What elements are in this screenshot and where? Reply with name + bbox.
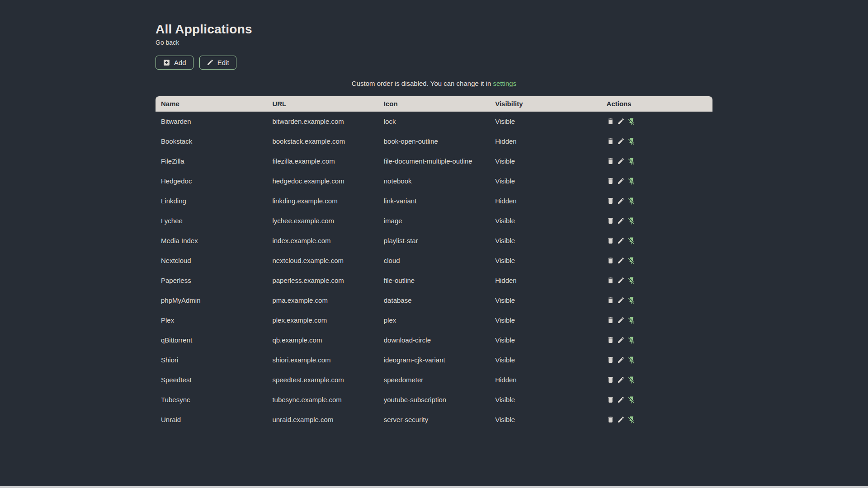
pin-off-icon[interactable] <box>627 356 636 364</box>
pin-off-icon[interactable] <box>627 336 636 344</box>
cell-actions <box>601 217 712 225</box>
table-row: phpMyAdmin pma.example.com database Visi… <box>156 291 712 310</box>
custom-order-notice: Custom order is disabled. You can change… <box>156 80 712 87</box>
cell-icon: file-document-multiple-outline <box>378 157 490 165</box>
delete-icon[interactable] <box>607 257 614 264</box>
edit-icon[interactable] <box>617 277 625 284</box>
delete-icon[interactable] <box>607 336 614 344</box>
header-icon: Icon <box>378 100 490 108</box>
add-button[interactable]: Add <box>156 56 193 70</box>
settings-link[interactable]: settings <box>493 80 517 87</box>
pencil-icon <box>207 59 214 66</box>
pin-off-icon[interactable] <box>627 376 636 384</box>
cell-actions <box>601 336 712 344</box>
delete-icon[interactable] <box>607 376 614 384</box>
applications-table: Name URL Icon Visibility Actions Bitward… <box>156 96 712 430</box>
pin-off-icon[interactable] <box>627 117 636 126</box>
pin-off-icon[interactable] <box>627 416 636 424</box>
cell-url: filezilla.example.com <box>267 157 378 165</box>
notice-text: Custom order is disabled. You can change… <box>352 80 493 87</box>
cell-visibility: Visible <box>490 316 601 324</box>
edit-icon[interactable] <box>617 376 625 384</box>
pin-off-icon[interactable] <box>627 177 636 185</box>
cell-actions <box>601 117 712 126</box>
toolbar: Add Edit <box>156 56 712 70</box>
table-row: FileZilla filezilla.example.com file-doc… <box>156 151 712 171</box>
edit-icon[interactable] <box>617 296 625 304</box>
page-title: All Applications <box>156 22 712 37</box>
edit-icon[interactable] <box>617 356 625 364</box>
cell-visibility: Hidden <box>490 376 601 384</box>
table-row: qBittorrent qb.example.com download-circ… <box>156 330 712 350</box>
cell-actions <box>601 177 712 185</box>
delete-icon[interactable] <box>607 277 614 284</box>
delete-icon[interactable] <box>607 217 614 225</box>
table-row: Bookstack bookstack.example.com book-ope… <box>156 131 712 151</box>
table-row: Nextcloud nextcloud.example.com cloud Vi… <box>156 251 712 271</box>
edit-icon[interactable] <box>617 257 625 264</box>
cell-name: Hedgedoc <box>156 177 267 185</box>
cell-icon: plex <box>378 316 490 324</box>
pin-off-icon[interactable] <box>627 257 636 265</box>
delete-icon[interactable] <box>607 137 614 145</box>
delete-icon[interactable] <box>607 237 614 244</box>
cell-icon: file-outline <box>378 277 490 284</box>
pin-off-icon[interactable] <box>627 296 636 305</box>
cell-icon: link-variant <box>378 197 490 205</box>
delete-icon[interactable] <box>607 117 614 125</box>
pin-off-icon[interactable] <box>627 197 636 205</box>
cell-url: nextcloud.example.com <box>267 257 378 264</box>
cell-url: hedgedoc.example.com <box>267 177 378 185</box>
edit-icon[interactable] <box>617 157 625 165</box>
delete-icon[interactable] <box>607 197 614 205</box>
delete-icon[interactable] <box>607 316 614 324</box>
delete-icon[interactable] <box>607 296 614 304</box>
cell-icon: ideogram-cjk-variant <box>378 356 490 364</box>
cell-actions <box>601 316 712 324</box>
edit-icon[interactable] <box>617 197 625 205</box>
delete-icon[interactable] <box>607 157 614 165</box>
edit-icon[interactable] <box>617 137 625 145</box>
cell-name: phpMyAdmin <box>156 296 267 304</box>
edit-icon[interactable] <box>617 336 625 344</box>
cell-name: Unraid <box>156 416 267 423</box>
cell-url: bookstack.example.com <box>267 137 378 145</box>
edit-icon[interactable] <box>617 217 625 225</box>
pin-off-icon[interactable] <box>627 237 636 245</box>
cell-visibility: Visible <box>490 157 601 165</box>
cell-visibility: Visible <box>490 356 601 364</box>
delete-icon[interactable] <box>607 396 614 404</box>
pin-off-icon[interactable] <box>627 316 636 324</box>
add-button-label: Add <box>174 59 186 66</box>
header-url: URL <box>267 100 378 108</box>
pin-off-icon[interactable] <box>627 396 636 404</box>
cell-visibility: Visible <box>490 336 601 344</box>
edit-button[interactable]: Edit <box>199 56 236 70</box>
cell-actions <box>601 157 712 165</box>
cell-actions <box>601 257 712 265</box>
edit-icon[interactable] <box>617 396 625 404</box>
table-row: Linkding linkding.example.com link-varia… <box>156 191 712 211</box>
cell-visibility: Visible <box>490 177 601 185</box>
cell-actions <box>601 416 712 424</box>
edit-icon[interactable] <box>617 237 625 244</box>
pin-off-icon[interactable] <box>627 137 636 145</box>
pin-off-icon[interactable] <box>627 217 636 225</box>
cell-url: qb.example.com <box>267 336 378 344</box>
delete-icon[interactable] <box>607 177 614 185</box>
delete-icon[interactable] <box>607 416 614 423</box>
cell-icon: server-security <box>378 416 490 423</box>
edit-icon[interactable] <box>617 416 625 423</box>
delete-icon[interactable] <box>607 356 614 364</box>
edit-icon[interactable] <box>617 316 625 324</box>
go-back-link[interactable]: Go back <box>156 39 179 46</box>
edit-icon[interactable] <box>617 117 625 125</box>
cell-icon: speedometer <box>378 376 490 384</box>
header-actions: Actions <box>601 100 712 108</box>
edit-icon[interactable] <box>617 177 625 185</box>
pin-off-icon[interactable] <box>627 157 636 165</box>
cell-icon: image <box>378 217 490 225</box>
pin-off-icon[interactable] <box>627 277 636 285</box>
cell-name: Bookstack <box>156 137 267 145</box>
cell-name: Media Index <box>156 237 267 244</box>
